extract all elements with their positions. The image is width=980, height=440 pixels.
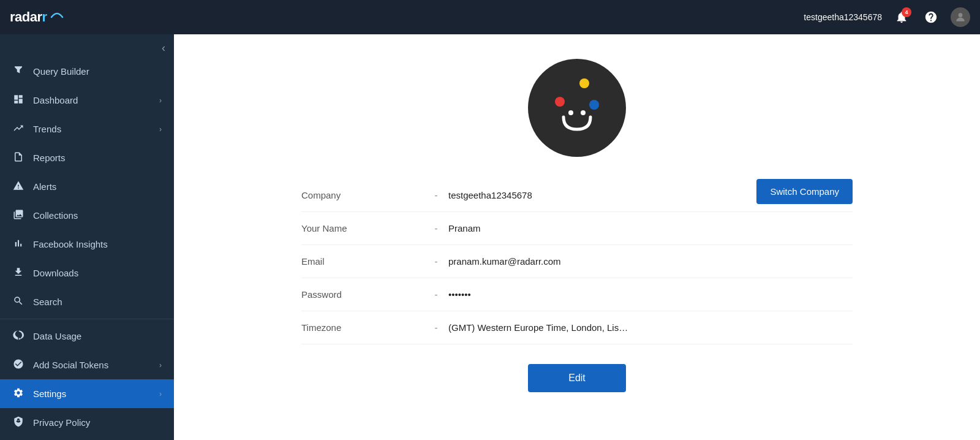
profile-field-password: Password - ••••••• (301, 278, 853, 311)
profile-field-email: Email - pranam.kumar@radarr.com (301, 245, 853, 278)
trends-icon (12, 123, 24, 135)
sidebar-item-reports-label: Reports (33, 153, 162, 163)
sidebar-item-privacy-policy-label: Privacy Policy (33, 417, 162, 428)
profile-avatar (528, 59, 626, 157)
notification-bell[interactable]: 4 (892, 7, 911, 27)
sidebar-item-alerts[interactable]: Alerts (0, 172, 174, 201)
query-builder-icon (12, 65, 24, 78)
social-tokens-chevron-icon: › (159, 361, 162, 370)
data-usage-icon (12, 330, 24, 343)
edit-button[interactable]: Edit (528, 364, 626, 392)
name-label: Your Name (301, 223, 424, 233)
edit-btn-wrapper: Edit (301, 364, 853, 392)
sidebar-item-query-builder-label: Query Builder (33, 66, 162, 77)
user-avatar[interactable] (951, 7, 970, 27)
header-username: testgeetha12345678 (804, 12, 882, 22)
search-nav-icon (12, 295, 24, 308)
svg-point-3 (589, 100, 599, 110)
sidebar-item-add-social-tokens[interactable]: Add Social Tokens › (0, 351, 174, 379)
content-area: Switch Company Company - testgeetha12345… (174, 34, 980, 440)
timezone-value: (GMT) Western Europe Time, London, Lis… (448, 322, 853, 333)
logo: radarr (10, 9, 64, 25)
top-header: radarr testgeetha12345678 4 (0, 0, 980, 34)
company-separator: - (424, 190, 448, 200)
profile-info-section: Switch Company Company - testgeetha12345… (301, 179, 853, 392)
sidebar-item-trends[interactable]: Trends › (0, 115, 174, 143)
help-icon-btn[interactable] (921, 7, 941, 27)
timezone-label: Timezone (301, 322, 424, 333)
profile-avatar-image (540, 71, 614, 145)
main-layout: ‹ Query Builder Dashboard › Trends › (0, 34, 980, 440)
profile-field-name: Your Name - Pranam (301, 212, 853, 245)
name-value: Pranam (448, 223, 853, 233)
sidebar-item-settings-label: Settings (33, 389, 151, 399)
sidebar-item-query-builder[interactable]: Query Builder (0, 57, 174, 86)
email-label: Email (301, 256, 424, 267)
privacy-policy-icon (12, 416, 24, 429)
sidebar-item-search[interactable]: Search (0, 287, 174, 316)
notification-badge: 4 (902, 7, 911, 17)
profile-container: Switch Company Company - testgeetha12345… (301, 59, 853, 392)
collapse-button[interactable]: ‹ (162, 42, 165, 55)
sidebar-item-dashboard[interactable]: Dashboard › (0, 86, 174, 115)
sidebar-item-facebook-insights-label: Facebook Insights (33, 239, 162, 249)
facebook-insights-icon (12, 238, 24, 251)
sidebar-divider (0, 319, 174, 319)
svg-point-1 (579, 78, 589, 88)
collections-icon (12, 209, 24, 222)
profile-avatar-wrapper (301, 59, 853, 157)
sidebar-item-search-label: Search (33, 297, 162, 307)
password-label: Password (301, 289, 424, 300)
sidebar-item-privacy-policy[interactable]: Privacy Policy (0, 408, 174, 437)
logo-arc-icon (50, 10, 64, 18)
name-separator: - (424, 223, 448, 233)
downloads-icon (12, 267, 24, 279)
sidebar-item-data-usage-label: Data Usage (33, 331, 162, 341)
sidebar-item-data-usage[interactable]: Data Usage (0, 322, 174, 351)
social-tokens-icon (12, 358, 24, 371)
sidebar: ‹ Query Builder Dashboard › Trends › (0, 34, 174, 440)
header-right: testgeetha12345678 4 (804, 7, 970, 27)
sidebar-item-settings[interactable]: Settings › (0, 379, 174, 408)
password-value: ••••••• (448, 289, 853, 300)
svg-point-4 (568, 110, 573, 115)
settings-chevron-icon: › (159, 390, 162, 398)
email-separator: - (424, 256, 448, 267)
dashboard-icon (12, 94, 24, 107)
sidebar-item-trends-label: Trends (33, 124, 151, 134)
reports-icon (12, 151, 24, 164)
sidebar-item-facebook-insights[interactable]: Facebook Insights (0, 230, 174, 259)
help-icon (924, 10, 938, 24)
password-separator: - (424, 289, 448, 300)
sidebar-item-alerts-label: Alerts (33, 181, 162, 192)
sidebar-item-collections-label: Collections (33, 210, 162, 221)
sidebar-item-collections[interactable]: Collections (0, 201, 174, 230)
sidebar-item-downloads-label: Downloads (33, 268, 162, 278)
sidebar-collapse[interactable]: ‹ (0, 34, 174, 57)
svg-point-5 (581, 110, 586, 115)
company-label: Company (301, 190, 424, 200)
sidebar-item-dashboard-label: Dashboard (33, 95, 151, 105)
svg-point-2 (555, 97, 565, 107)
svg-point-0 (959, 13, 963, 17)
alerts-icon (12, 180, 24, 193)
email-value: pranam.kumar@radarr.com (448, 256, 853, 267)
trends-chevron-icon: › (159, 125, 162, 134)
profile-field-timezone: Timezone - (GMT) Western Europe Time, Lo… (301, 311, 853, 344)
logo-text: radarr (10, 9, 47, 25)
sidebar-item-social-tokens-label: Add Social Tokens (33, 360, 151, 370)
dashboard-chevron-icon: › (159, 96, 162, 105)
sidebar-item-downloads[interactable]: Downloads (0, 259, 174, 287)
avatar-icon (954, 11, 967, 23)
timezone-separator: - (424, 322, 448, 333)
switch-company-button[interactable]: Switch Company (756, 179, 853, 204)
settings-icon (12, 387, 24, 400)
sidebar-item-reports[interactable]: Reports (0, 143, 174, 172)
